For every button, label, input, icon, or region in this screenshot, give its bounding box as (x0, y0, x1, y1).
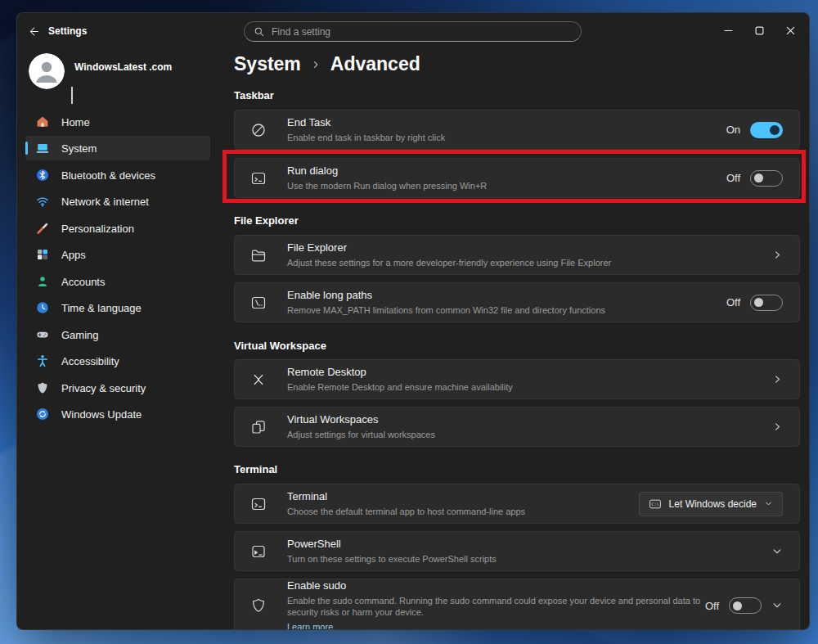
long-paths-toggle[interactable] (750, 295, 783, 311)
setting-title: Terminal (287, 490, 525, 503)
sidebar-item-label: Network & internet (61, 196, 149, 208)
chevron-right-icon (772, 374, 783, 385)
chevron-down-icon[interactable] (771, 600, 783, 611)
home-icon (36, 115, 49, 128)
sidebar-item-accessibility[interactable]: Accessibility (25, 349, 210, 373)
maximize-button[interactable] (744, 16, 775, 44)
chevron-right-icon (772, 421, 783, 432)
sidebar-item-windows-update[interactable]: Windows Update (25, 402, 210, 426)
setting-row-powershell[interactable]: PowerShell Turn on these settings to exe… (234, 531, 800, 571)
setting-desc: Enable the sudo command. Running the sud… (287, 595, 705, 618)
setting-row-enable-sudo: Enable sudo Enable the sudo command. Run… (234, 579, 800, 630)
minimize-icon (724, 26, 733, 35)
minimize-button[interactable] (712, 16, 744, 44)
maximize-icon (755, 26, 764, 35)
setting-row-terminal: Terminal Choose the default terminal app… (234, 484, 800, 524)
window-title: Settings (48, 25, 87, 37)
chevron-right-icon (772, 250, 783, 260)
chevron-down-icon (764, 499, 773, 508)
setting-desc: Enable Remote Desktop and ensure machine… (287, 381, 513, 393)
dropdown-selected-value: Let Windows decide (669, 498, 757, 510)
setting-title: Run dialog (287, 164, 487, 178)
setting-desc: Choose the default terminal app to host … (287, 506, 525, 517)
person-icon (36, 275, 49, 288)
setting-desc: Adjust these settings for a more develop… (287, 257, 611, 268)
clock-globe-icon (36, 301, 49, 314)
setting-title: Enable sudo (287, 579, 705, 592)
accessibility-icon (36, 354, 49, 367)
setting-row-long-paths: Enable long paths Remove MAX_PATH limita… (234, 282, 800, 322)
setting-row-virtual-workspaces[interactable]: Virtual Workspaces Adjust settings for v… (234, 407, 800, 447)
setting-title: End Task (287, 116, 445, 129)
toggle-state-label: Off (726, 296, 740, 308)
sidebar-item-label: Bluetooth & devices (61, 169, 155, 182)
run-dialog-icon (250, 170, 267, 187)
sidebar-item-time-language[interactable]: Time & language (25, 295, 210, 320)
setting-desc: Use the modern Run dialog when pressing … (287, 180, 487, 191)
bluetooth-icon (36, 169, 49, 182)
breadcrumb-parent[interactable]: System (234, 53, 301, 75)
breadcrumb: System Advanced (234, 53, 420, 75)
search-box (244, 21, 582, 42)
selected-indicator (25, 142, 28, 155)
sidebar-item-label: Time & language (61, 302, 142, 314)
folder-icon (250, 247, 267, 263)
command-prompt-icon: C:\ (649, 498, 662, 511)
sidebar-item-accounts[interactable]: Accounts (25, 269, 210, 294)
section-header-terminal: Terminal (234, 463, 277, 475)
setting-title: PowerShell (287, 538, 497, 551)
sidebar-item-label: Windows Update (61, 408, 142, 421)
svg-text:C:\: C:\ (651, 502, 658, 507)
sidebar-item-label: Gaming (61, 329, 99, 341)
search-input[interactable] (272, 26, 572, 38)
chevron-down-icon[interactable] (771, 546, 783, 557)
update-icon (36, 408, 49, 421)
setting-desc: Enable end task in taskbar by right clic… (287, 132, 445, 143)
sidebar-item-apps[interactable]: Apps (25, 242, 210, 267)
account-name: WindowsLatest .com (74, 61, 172, 73)
setting-desc: Remove MAX_PATH limitations from common … (287, 304, 605, 316)
terminal-icon (250, 496, 267, 512)
back-button[interactable] (22, 20, 45, 42)
setting-row-file-explorer[interactable]: File Explorer Adjust these settings for … (234, 235, 800, 275)
setting-title: Remote Desktop (287, 366, 513, 379)
setting-row-end-task: End Task Enable end task in taskbar by r… (234, 110, 800, 150)
toggle-state-label: On (726, 124, 740, 136)
setting-row-run-dialog: Run dialog Use the modern Run dialog whe… (234, 158, 800, 198)
sidebar-item-network[interactable]: Network & internet (25, 189, 210, 214)
sidebar-item-personalization[interactable]: Personalization (25, 216, 210, 241)
sidebar-item-bluetooth[interactable]: Bluetooth & devices (25, 163, 210, 187)
search-icon (254, 26, 265, 38)
setting-row-remote-desktop[interactable]: Remote Desktop Enable Remote Desktop and… (234, 359, 800, 399)
shield-icon (36, 381, 49, 394)
sidebar-item-label: Accounts (61, 276, 105, 288)
terminal-app-dropdown[interactable]: C:\ Let Windows decide (639, 492, 783, 516)
learn-more-link[interactable]: Learn more (287, 621, 333, 631)
section-header-taskbar: Taskbar (234, 89, 274, 101)
sidebar-item-label: Home (61, 116, 90, 128)
toggle-knob (754, 298, 763, 307)
page-title: Advanced (330, 53, 420, 75)
sidebar-item-privacy[interactable]: Privacy & security (25, 376, 210, 400)
window-controls (712, 16, 806, 44)
toggle-knob (770, 125, 780, 135)
text-caret (71, 87, 73, 104)
setting-title: Enable long paths (287, 289, 605, 302)
enable-sudo-toggle[interactable] (729, 597, 762, 614)
sidebar-item-home[interactable]: Home (25, 110, 210, 134)
run-dialog-toggle[interactable] (750, 170, 783, 187)
close-button[interactable] (775, 16, 806, 44)
section-header-file-explorer: File Explorer (234, 214, 299, 227)
sidebar-item-gaming[interactable]: Gaming (25, 322, 210, 347)
desktop-wallpaper: Settings WindowsLatest .com Home (0, 0, 818, 644)
toggle-knob (754, 173, 763, 182)
virtual-workspaces-icon (250, 419, 267, 435)
setting-desc: Adjust settings for virtual workspaces (287, 429, 435, 440)
sidebar-item-system[interactable]: System (25, 136, 210, 160)
sidebar-item-label: Privacy & security (61, 382, 146, 394)
sidebar-item-label: Apps (61, 249, 86, 261)
sidebar-item-label: Personalization (61, 223, 134, 235)
end-task-toggle[interactable] (750, 122, 783, 138)
toggle-knob (733, 601, 742, 610)
system-icon (36, 142, 49, 155)
